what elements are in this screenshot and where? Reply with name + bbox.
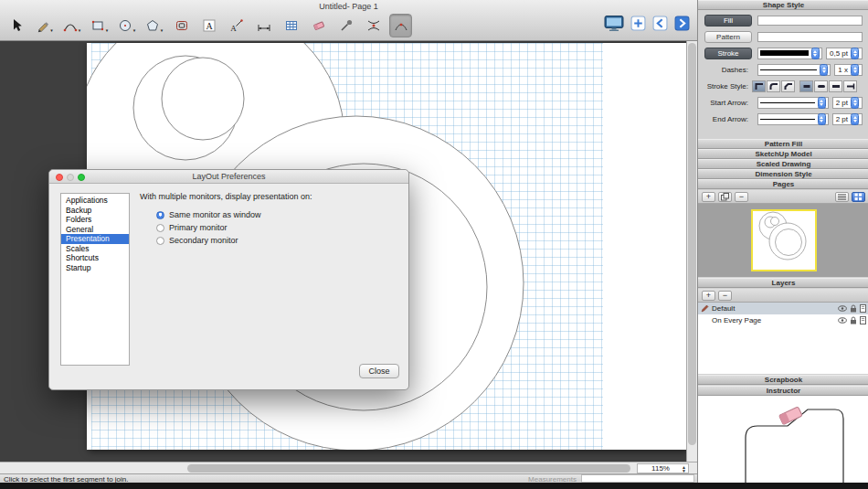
add-page-list-button[interactable]: + — [702, 192, 715, 202]
pattern-fill-section-header[interactable]: Pattern Fill — [698, 139, 868, 149]
end-arrow-size-field[interactable]: 2 pt — [832, 113, 863, 125]
rectangles-dropdown-caret[interactable]: ▾ — [106, 27, 109, 37]
radio-option-same-monitor[interactable]: Same monitor as window — [156, 210, 399, 219]
zoom-window-traffic-light[interactable] — [78, 174, 85, 181]
layers-section-header[interactable]: Layers — [698, 278, 868, 288]
eraser-tool-button[interactable] — [307, 14, 330, 37]
dash-scale-stepper[interactable] — [851, 64, 859, 76]
radio-option-primary-monitor[interactable]: Primary monitor — [156, 223, 399, 232]
radio-unselected-icon[interactable] — [156, 224, 164, 232]
pages-section-header[interactable]: Pages — [698, 179, 868, 189]
text-tool-button[interactable]: A — [197, 14, 220, 37]
stroke-toggle-button[interactable]: Stroke — [704, 48, 752, 59]
vertical-scrollbar[interactable] — [686, 41, 697, 462]
pages-grid-view-button[interactable] — [852, 192, 865, 202]
dimensions-tool-button[interactable] — [252, 14, 275, 37]
scrapbook-section-header[interactable]: Scrapbook — [698, 375, 868, 385]
remove-page-button[interactable]: − — [735, 192, 748, 202]
cap-butt-button[interactable] — [799, 80, 813, 92]
table-tool-button[interactable] — [280, 14, 302, 37]
lines-tool-button[interactable]: ▾ — [33, 14, 56, 37]
labels-tool-button[interactable]: A — [225, 14, 248, 37]
pattern-well[interactable] — [757, 32, 863, 42]
arcs-dropdown-caret[interactable]: ▾ — [79, 27, 81, 37]
layer-visibility-eye-icon[interactable] — [838, 305, 847, 312]
remove-layer-button[interactable]: − — [718, 291, 732, 301]
category-item-presentation-selected[interactable]: Presentation — [61, 234, 129, 244]
fill-toggle-button[interactable]: Fill — [704, 15, 752, 27]
zoom-control[interactable]: 115% ▲▼ — [637, 463, 689, 473]
previous-page-button[interactable] — [652, 16, 668, 31]
radio-option-secondary-monitor[interactable]: Secondary monitor — [156, 236, 399, 245]
dash-scale-field[interactable]: 1 x — [834, 64, 863, 76]
layer-share-page-icon[interactable] — [860, 316, 866, 324]
shape-style-section-header[interactable]: Shape Style — [698, 0, 868, 10]
end-arrow-stepper[interactable] — [818, 113, 826, 125]
category-item-applications[interactable]: Applications — [61, 196, 129, 206]
stroke-width-field[interactable]: 0,5 pt — [826, 48, 863, 59]
end-arrow-dropdown[interactable] — [757, 113, 829, 125]
pattern-toggle-button[interactable]: Pattern — [704, 31, 752, 43]
join-tool-button[interactable] — [389, 14, 412, 37]
cap-square-button[interactable] — [829, 80, 842, 92]
category-item-scales[interactable]: Scales — [61, 244, 129, 254]
split-tool-button[interactable] — [362, 14, 385, 37]
layer-lock-icon[interactable] — [850, 316, 857, 324]
offset-tool-button[interactable] — [170, 14, 193, 37]
rectangles-tool-button[interactable]: ▾ — [88, 14, 111, 37]
vertical-scrollbar-thumb[interactable] — [688, 43, 696, 445]
close-window-traffic-light[interactable] — [56, 174, 63, 181]
start-arrow-stepper[interactable] — [818, 97, 826, 109]
cap-projecting-button[interactable] — [843, 80, 857, 92]
stroke-color-stepper[interactable] — [811, 48, 820, 59]
category-item-startup[interactable]: Startup — [61, 263, 129, 273]
instructor-section-header[interactable]: Instructor — [698, 386, 868, 396]
corner-round-button[interactable] — [767, 80, 780, 92]
layer-visibility-eye-icon[interactable] — [838, 317, 847, 324]
start-arrow-dropdown[interactable] — [757, 97, 829, 109]
add-page-button[interactable] — [630, 16, 646, 31]
layer-row-on-every-page[interactable]: On Every Page — [698, 314, 868, 326]
duplicate-page-button[interactable] — [718, 192, 732, 202]
zoom-stepper-icon[interactable]: ▲▼ — [682, 465, 686, 473]
start-arrow-size-field[interactable]: 2 pt — [832, 97, 863, 109]
next-page-button[interactable] — [674, 16, 690, 31]
page-1-thumbnail[interactable] — [751, 209, 817, 271]
cap-round-button[interactable] — [814, 80, 828, 92]
end-arrow-size-stepper[interactable] — [851, 113, 859, 125]
category-item-backup[interactable]: Backup — [61, 206, 129, 216]
lines-dropdown-caret[interactable]: ▾ — [50, 27, 53, 37]
radio-unselected-icon[interactable] — [156, 237, 164, 245]
start-arrow-size-stepper[interactable] — [851, 97, 859, 109]
circles-dropdown-caret[interactable]: ▾ — [133, 27, 136, 37]
stroke-color-dropdown[interactable] — [757, 48, 822, 59]
layer-share-page-icon[interactable] — [860, 304, 866, 313]
minimize-window-traffic-light[interactable] — [67, 174, 74, 181]
arcs-tool-button[interactable]: ▾ — [60, 14, 83, 37]
polygons-tool-button[interactable]: ▾ — [143, 14, 165, 37]
sketchup-model-section-header[interactable]: SketchUp Model — [698, 149, 868, 159]
category-item-shortcuts[interactable]: Shortcuts — [61, 253, 129, 263]
dashes-stepper[interactable] — [820, 64, 828, 76]
start-presentation-button[interactable] — [604, 15, 624, 32]
add-layer-button[interactable]: + — [702, 291, 715, 301]
select-tool-button[interactable] — [5, 14, 28, 37]
measurements-input[interactable] — [581, 474, 694, 483]
stroke-width-stepper[interactable] — [851, 48, 859, 59]
layer-row-default[interactable]: Default — [698, 303, 868, 314]
scaled-drawing-section-header[interactable]: Scaled Drawing — [698, 159, 868, 169]
pages-list-view-button[interactable] — [835, 192, 849, 202]
polygons-dropdown-caret[interactable]: ▾ — [161, 27, 164, 37]
circles-tool-button[interactable]: ▾ — [115, 14, 138, 37]
horizontal-scrollbar[interactable]: 115% ▲▼ — [0, 462, 697, 473]
close-button[interactable]: Close — [359, 364, 399, 378]
layer-lock-icon[interactable] — [850, 304, 857, 313]
radio-selected-icon[interactable] — [156, 211, 164, 219]
style-tool-button[interactable] — [334, 14, 357, 37]
dialog-titlebar[interactable]: LayOut Preferences — [49, 170, 408, 184]
category-item-general[interactable]: General — [61, 225, 129, 235]
fill-color-well[interactable] — [757, 16, 863, 26]
dashes-dropdown[interactable] — [757, 64, 831, 76]
corner-miter-button[interactable] — [752, 80, 766, 92]
corner-bevel-button[interactable] — [781, 80, 795, 92]
